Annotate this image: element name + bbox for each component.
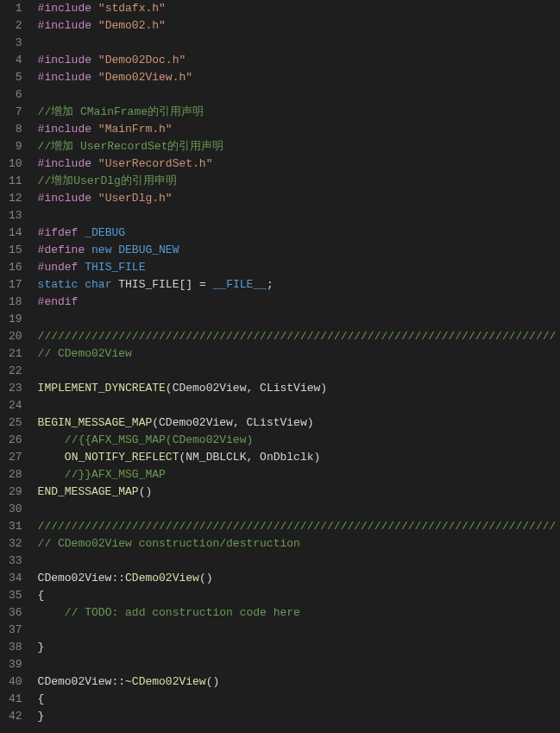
code-line[interactable] xyxy=(38,86,557,104)
code-line[interactable] xyxy=(38,656,557,673)
token-func: IMPLEMENT_DYNCREATE xyxy=(38,382,166,395)
token-cmt: //增加 CMainFrame的引用声明 xyxy=(38,105,204,118)
token-punct: ) xyxy=(314,451,321,464)
line-number: 3 xyxy=(9,35,22,52)
line-number: 21 xyxy=(9,345,22,363)
code-editor-area[interactable]: #include "stdafx.h"#include "Demo02.h"#i… xyxy=(35,0,557,733)
line-number: 37 xyxy=(9,622,22,639)
token-str: "Demo02View.h" xyxy=(98,71,192,84)
token-ws xyxy=(91,157,98,170)
token-ws xyxy=(91,54,98,66)
line-number: 27 xyxy=(9,449,22,466)
token-ws xyxy=(240,416,247,429)
token-pp: #include xyxy=(38,2,91,15)
code-line[interactable]: BEGIN_MESSAGE_MAP(CDemo02View, CListView… xyxy=(38,414,557,432)
code-line[interactable]: #undef THIS_FILE xyxy=(38,259,557,276)
code-line[interactable]: #include "UserDlg.h" xyxy=(38,190,557,207)
line-number: 24 xyxy=(9,397,22,414)
code-line[interactable]: IMPLEMENT_DYNCREATE(CDemo02View, CListVi… xyxy=(38,380,557,397)
token-cmt: //{{AFX_MSG_MAP(CDemo02View) xyxy=(65,433,253,446)
token-ws xyxy=(206,278,213,291)
line-number: 25 xyxy=(9,414,22,432)
code-line[interactable]: #define new DEBUG_NEW xyxy=(38,242,557,259)
code-line[interactable]: //增加 CMainFrame的引用声明 xyxy=(38,104,557,121)
token-punct: { xyxy=(38,589,45,602)
code-line[interactable]: { xyxy=(38,587,557,604)
code-line[interactable] xyxy=(38,311,557,328)
code-line[interactable]: #endif xyxy=(38,294,557,311)
token-ident: CListView xyxy=(247,416,307,429)
code-line[interactable]: // CDemo02View construction/destruction xyxy=(38,535,557,553)
code-line[interactable]: //增加 UserRecordSet的引用声明 xyxy=(38,138,557,155)
token-func: CDemo02View xyxy=(125,572,199,585)
code-line[interactable]: #include "stdafx.h" xyxy=(38,0,557,17)
code-line[interactable]: END_MESSAGE_MAP() xyxy=(38,483,557,501)
token-ident: CDemo02View xyxy=(38,572,112,585)
token-punct: [] xyxy=(179,278,192,291)
code-line[interactable]: #include "UserRecordSet.h" xyxy=(38,155,557,173)
code-line[interactable]: #include "MainFrm.h" xyxy=(38,121,557,138)
token-ws xyxy=(91,19,98,32)
code-line[interactable]: CDemo02View::~CDemo02View() xyxy=(38,673,557,691)
code-line[interactable]: #ifdef _DEBUG xyxy=(38,224,557,242)
token-pp: #include xyxy=(38,71,91,84)
code-line[interactable]: // TODO: add construction code here xyxy=(38,604,557,622)
line-number: 42 xyxy=(9,708,22,725)
token-ws xyxy=(38,451,65,464)
code-line[interactable]: //}}AFX_MSG_MAP xyxy=(38,466,557,483)
token-ident: OnDblclk xyxy=(260,451,313,464)
token-pp: #endif xyxy=(38,295,79,308)
code-line[interactable]: CDemo02View::CDemo02View() xyxy=(38,570,557,587)
token-func: BEGIN_MESSAGE_MAP xyxy=(38,416,153,429)
line-number: 5 xyxy=(9,69,22,86)
line-number: 41 xyxy=(9,691,22,708)
token-str: "UserRecordSet.h" xyxy=(98,157,213,170)
token-punct: :: xyxy=(111,572,125,585)
code-line[interactable]: { xyxy=(38,691,557,708)
line-number-gutter: 1234567891011121314151617181920212223242… xyxy=(0,0,35,733)
code-line[interactable] xyxy=(38,397,557,414)
code-line[interactable]: static char THIS_FILE[] = __FILE__; xyxy=(38,276,557,294)
token-punct: ) xyxy=(307,416,314,429)
token-punct: } xyxy=(38,641,45,654)
code-line[interactable] xyxy=(38,363,557,380)
token-ws xyxy=(91,71,98,84)
code-line[interactable]: ////////////////////////////////////////… xyxy=(38,518,557,535)
line-number: 34 xyxy=(9,570,22,587)
code-line[interactable] xyxy=(38,553,557,570)
token-str: "stdafx.h" xyxy=(98,2,166,15)
line-number: 15 xyxy=(9,242,22,259)
code-line[interactable]: #include "Demo02View.h" xyxy=(38,69,557,86)
line-number: 10 xyxy=(9,155,22,173)
code-line[interactable]: #include "Demo02.h" xyxy=(38,17,557,35)
token-punct: ) xyxy=(320,382,327,395)
code-line[interactable]: //增加UserDlg的引用申明 xyxy=(38,173,557,190)
code-line[interactable]: #include "Demo02Doc.h" xyxy=(38,52,557,69)
code-line[interactable]: } xyxy=(38,639,557,656)
token-cmt: // CDemo02View xyxy=(38,347,132,360)
token-pp: #define xyxy=(38,243,85,256)
line-number: 36 xyxy=(9,604,22,622)
token-ws xyxy=(91,192,98,205)
code-line[interactable]: } xyxy=(38,708,557,725)
token-mac: THIS_FILE xyxy=(85,261,145,274)
line-number: 16 xyxy=(9,259,22,276)
token-mac: new xyxy=(91,243,111,256)
line-number: 9 xyxy=(9,138,22,155)
line-number: 39 xyxy=(9,656,22,673)
token-str: "MainFrm.h" xyxy=(98,123,173,136)
token-ident: CDemo02View xyxy=(159,416,233,429)
code-line[interactable] xyxy=(38,622,557,639)
code-line[interactable]: //{{AFX_MSG_MAP(CDemo02View) xyxy=(38,432,557,449)
code-line[interactable] xyxy=(38,207,557,224)
token-cmt: ////////////////////////////////////////… xyxy=(38,330,557,343)
code-line[interactable]: // CDemo02View xyxy=(38,345,557,363)
token-punct: } xyxy=(38,710,45,723)
line-number: 26 xyxy=(9,432,22,449)
code-line[interactable] xyxy=(38,501,557,518)
code-line[interactable]: ////////////////////////////////////////… xyxy=(38,328,557,345)
token-kw: char xyxy=(85,278,111,291)
code-line[interactable]: ON_NOTIFY_REFLECT(NM_DBLCLK, OnDblclk) xyxy=(38,449,557,466)
line-number: 12 xyxy=(9,190,22,207)
code-line[interactable] xyxy=(38,35,557,52)
